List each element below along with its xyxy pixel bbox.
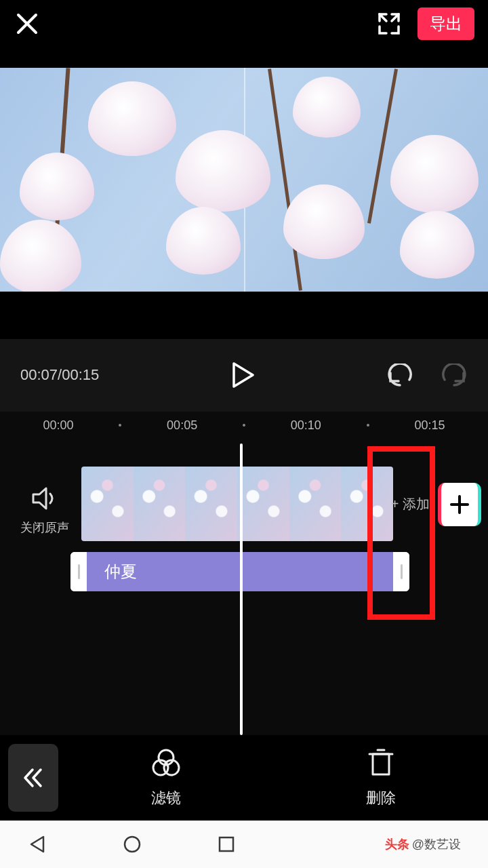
ruler-tick: 00:10 — [291, 418, 321, 433]
time-current: 00:07 — [20, 366, 58, 383]
time-display: 00:07/00:15 — [20, 366, 99, 384]
ruler-tick: 00:05 — [167, 418, 197, 433]
ruler-dot — [243, 424, 245, 427]
video-clip[interactable] — [81, 467, 393, 541]
ruler-tick: 00:00 — [43, 418, 73, 433]
filter-tool-label: 滤镜 — [151, 788, 181, 808]
speaker-icon — [20, 486, 69, 511]
triangle-left-icon — [27, 834, 47, 854]
time-ruler[interactable]: 00:00 00:05 00:10 00:15 — [0, 412, 488, 443]
close-button[interactable] — [14, 10, 41, 37]
svg-rect-12 — [373, 754, 389, 774]
playhead[interactable] — [240, 443, 243, 735]
trash-icon — [367, 747, 395, 778]
nav-recent[interactable] — [217, 835, 236, 854]
chevron-double-left-icon — [22, 766, 44, 789]
android-nav-bar: 头条 @数艺设 — [0, 821, 488, 868]
video-preview[interactable] — [0, 68, 488, 292]
export-button[interactable]: 导出 — [418, 7, 474, 40]
watermark-author: @数艺设 — [412, 836, 461, 852]
watermark-prefix: 头条 — [385, 836, 409, 852]
play-icon — [231, 362, 254, 388]
svg-point-15 — [125, 837, 140, 852]
redo-button[interactable] — [441, 363, 468, 387]
playback-controls: 00:07/00:15 — [0, 339, 488, 412]
nav-back[interactable] — [27, 834, 47, 854]
mute-label: 关闭原声 — [20, 519, 69, 536]
tutorial-highlight — [367, 446, 435, 620]
timeline[interactable]: 关闭原声 仲夏 + 添加 — [0, 443, 488, 735]
fullscreen-icon — [377, 12, 401, 36]
svg-rect-16 — [220, 837, 233, 851]
undo-button[interactable] — [386, 363, 413, 387]
time-total: 00:15 — [62, 366, 99, 383]
fullscreen-button[interactable] — [377, 12, 401, 36]
ruler-dot — [367, 424, 369, 427]
filter-tool[interactable]: 滤镜 — [58, 747, 273, 808]
back-button[interactable] — [8, 744, 58, 812]
watermark: 头条 @数艺设 — [385, 836, 461, 852]
add-clip-button[interactable] — [438, 483, 481, 526]
circle-icon — [122, 834, 142, 854]
close-icon — [16, 12, 39, 35]
undo-redo-group — [386, 363, 468, 387]
redo-icon — [441, 363, 468, 387]
plus-icon — [448, 493, 471, 516]
delete-tool[interactable]: 删除 — [273, 747, 488, 808]
play-button[interactable] — [231, 362, 254, 388]
bottom-toolbar: 滤镜 删除 — [0, 735, 488, 821]
square-icon — [217, 835, 236, 854]
delete-tool-label: 删除 — [366, 788, 396, 808]
svg-marker-14 — [31, 837, 43, 852]
clip-handle-left[interactable] — [70, 552, 87, 591]
top-bar: 导出 — [0, 0, 488, 47]
nav-home[interactable] — [122, 834, 142, 854]
top-right-group: 导出 — [377, 7, 474, 40]
svg-marker-4 — [234, 363, 253, 387]
filter-icon — [150, 747, 182, 778]
svg-marker-5 — [33, 488, 46, 509]
undo-icon — [386, 363, 413, 387]
ruler-dot — [119, 424, 121, 427]
mute-original-audio[interactable]: 关闭原声 — [20, 486, 69, 536]
preview-band — [0, 47, 488, 292]
ruler-tick: 00:15 — [415, 418, 445, 433]
